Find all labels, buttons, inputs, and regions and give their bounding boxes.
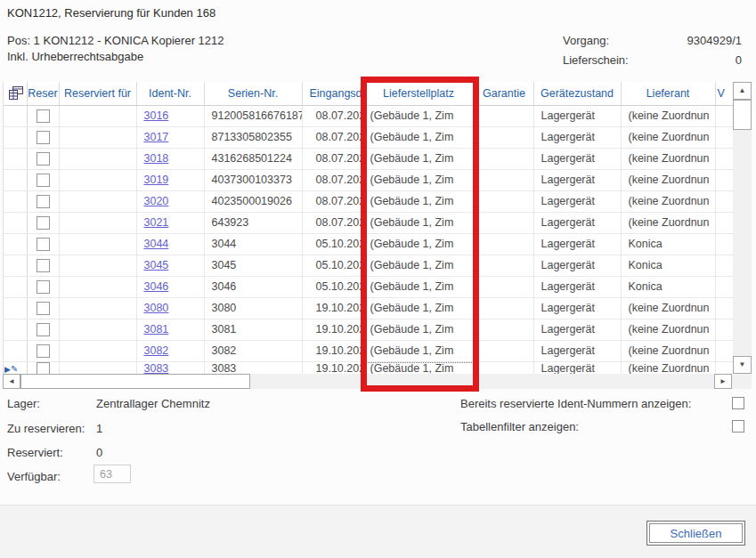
column-header-serien-nr[interactable]: Serien-Nr. — [204, 82, 302, 105]
column-header-partial[interactable]: V — [715, 82, 733, 105]
reserve-checkbox[interactable] — [37, 280, 50, 294]
table-row[interactable]: 3017871330580235508.07.202(Gebäude 1, Zi… — [4, 126, 733, 148]
table-row[interactable]: 3081308119.10.202(Gebäude 1, ZimLagerger… — [4, 319, 733, 340]
received-date-cell: 05.10.202 — [302, 255, 362, 276]
ident-link[interactable]: 3018 — [144, 152, 169, 165]
reserve-checkbox[interactable] — [37, 216, 50, 230]
ident-link[interactable]: 3021 — [144, 216, 169, 229]
vertical-scroll-thumb[interactable] — [733, 100, 752, 130]
table-row[interactable]: 302164392308.07.202(Gebäude 1, ZimLagerg… — [4, 212, 733, 233]
row-selector[interactable] — [4, 233, 27, 255]
ident-link[interactable]: 3017 — [144, 131, 169, 143]
row-selector[interactable] — [4, 276, 27, 297]
horizontal-scrollbar[interactable]: ◄ ► — [3, 374, 732, 389]
reserve-checkbox[interactable] — [37, 174, 50, 187]
ident-link[interactable]: 3044 — [144, 238, 169, 250]
ident-link[interactable]: 3083 — [144, 362, 169, 374]
ident-link[interactable]: 3016 — [144, 109, 169, 122]
table-row[interactable]: 3020402350001902608.07.202(Gebäude 1, Zi… — [4, 190, 733, 212]
table-row[interactable]: 3018431626850122408.07.202(Gebäude 1, Zi… — [4, 148, 733, 169]
scroll-right-button[interactable]: ► — [714, 374, 732, 389]
ident-link[interactable]: 3019 — [144, 174, 169, 186]
table-row[interactable]: 3045304505.10.202(Gebäude 1, ZimLagerger… — [4, 255, 733, 276]
reserve-checkbox[interactable] — [37, 131, 50, 144]
reserve-checkbox[interactable] — [37, 238, 50, 251]
ident-link[interactable]: 3020 — [144, 195, 169, 207]
condition-cell: Lagergerät — [533, 190, 621, 212]
reserve-cell — [27, 255, 59, 276]
row-selector[interactable] — [4, 105, 27, 126]
vertical-scrollbar[interactable]: ▲ ▼ — [733, 82, 752, 374]
device-grid: Reser Reserviert für Ident-Nr. Serien-Nr… — [4, 82, 733, 374]
column-header-reserviert-fuer[interactable]: Reserviert für — [59, 82, 136, 105]
row-selector[interactable] — [4, 190, 27, 212]
column-header-eingangsdatum[interactable]: Eingangsd — [302, 82, 362, 105]
row-selector[interactable] — [4, 148, 27, 169]
table-row[interactable]: ▶✎3083308319.10.202(Gebäude 1, ZimLagerg… — [4, 361, 733, 374]
supplier-cell: (keine Zuordnun — [621, 212, 715, 233]
table-select-header[interactable] — [4, 82, 27, 105]
reserved-for-cell — [59, 361, 136, 374]
row-selector[interactable]: ▶✎ — [4, 361, 27, 374]
received-date-cell: 08.07.202 — [302, 105, 362, 126]
table-row[interactable]: 301691200581667618708.07.202(Gebäude 1, … — [4, 105, 733, 126]
column-header-garantie[interactable]: Garantie — [475, 82, 533, 105]
reserved-for-cell — [59, 340, 136, 361]
show-filter-checkbox[interactable] — [732, 420, 744, 433]
reserve-checkbox[interactable] — [37, 323, 50, 336]
ident-link[interactable]: 3046 — [144, 280, 169, 293]
column-header-geraetezustand[interactable]: Gerätezustand — [533, 82, 621, 105]
delivery-location-cell: (Gebäude 1, Zim — [362, 126, 475, 148]
table-row[interactable]: 3019403730010337308.07.202(Gebäude 1, Zi… — [4, 169, 733, 190]
serial-cell: 912005816676187 — [204, 105, 302, 126]
column-header-lieferstellplatz[interactable]: Lieferstellplatz — [362, 82, 475, 105]
ident-cell: 3017 — [136, 126, 204, 148]
reserved-for-cell — [59, 148, 136, 169]
reserve-checkbox[interactable] — [37, 259, 50, 272]
delivery-location-cell: (Gebäude 1, Zim — [362, 276, 475, 297]
row-selector[interactable] — [4, 297, 27, 319]
received-date-cell: 05.10.202 — [302, 276, 362, 297]
row-selector[interactable] — [4, 169, 27, 190]
ident-link[interactable]: 3081 — [144, 323, 169, 336]
header-row: Reser Reserviert für Ident-Nr. Serien-Nr… — [4, 82, 733, 105]
horizontal-scroll-thumb[interactable] — [20, 374, 250, 389]
column-header-lieferant[interactable]: Lieferant — [621, 82, 715, 105]
reserve-checkbox[interactable] — [37, 152, 50, 166]
table-row[interactable]: 3080308019.10.202(Gebäude 1, ZimLagerger… — [4, 297, 733, 319]
reserved-for-cell — [59, 276, 136, 297]
column-header-ident-nr[interactable]: Ident-Nr. — [136, 82, 204, 105]
serial-cell: 3045 — [204, 255, 302, 276]
reserve-checkbox[interactable] — [37, 195, 50, 208]
scroll-down-button[interactable]: ▼ — [733, 356, 752, 374]
row-selector[interactable] — [4, 340, 27, 361]
table-row[interactable]: 3082308219.10.202(Gebäude 1, ZimLagerger… — [4, 340, 733, 361]
reserve-checkbox[interactable] — [37, 302, 50, 315]
verfuegbar-input[interactable]: 63 — [93, 465, 131, 483]
column-header-reser[interactable]: Reser — [27, 82, 59, 105]
reserve-checkbox[interactable] — [37, 344, 50, 358]
scroll-left-button[interactable]: ◄ — [3, 374, 20, 389]
ident-cell: 3082 — [136, 340, 204, 361]
table-row[interactable]: 3046304605.10.202(Gebäude 1, ZimLagerger… — [4, 276, 733, 297]
close-button[interactable]: Schließen — [646, 521, 745, 546]
row-selector[interactable] — [4, 319, 27, 340]
ident-cell: 3016 — [136, 105, 204, 126]
reserve-checkbox[interactable] — [37, 362, 50, 374]
table-row[interactable]: 3044304405.10.202(Gebäude 1, ZimLagerger… — [4, 233, 733, 255]
ident-link[interactable]: 3045 — [144, 259, 169, 271]
row-selector[interactable] — [4, 126, 27, 148]
supplier-cell: Konica — [621, 276, 715, 297]
partial-cell — [715, 126, 733, 148]
show-reserved-checkbox[interactable] — [732, 397, 744, 409]
ident-link[interactable]: 3082 — [144, 344, 169, 357]
row-selector[interactable] — [4, 255, 27, 276]
scroll-up-button[interactable]: ▲ — [733, 82, 752, 100]
row-selector[interactable] — [4, 212, 27, 233]
ident-cell: 3080 — [136, 297, 204, 319]
reserved-for-cell — [59, 297, 136, 319]
vorgang-value: 9304929/1 — [687, 34, 742, 47]
reserved-for-cell — [59, 190, 136, 212]
ident-link[interactable]: 3080 — [144, 302, 169, 314]
reserve-checkbox[interactable] — [37, 109, 50, 123]
